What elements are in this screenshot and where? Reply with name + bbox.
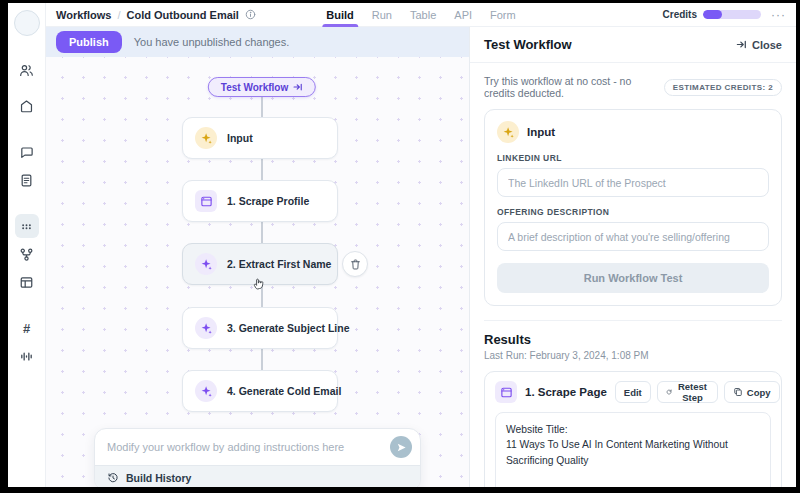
estimated-credits-badge: ESTIMATED CREDITS: 2 [664, 79, 782, 96]
sparkle-icon [195, 317, 217, 339]
scrape-page-result-card: 1. Scrape Page Edit Retest Step [484, 371, 782, 487]
run-workflow-test-button[interactable]: Run Workflow Test [497, 263, 769, 293]
sparkle-icon [195, 380, 217, 402]
scraped-content-text: Website Title: 11 Ways To Use AI In Cont… [495, 412, 771, 487]
build-history-label: Build History [126, 472, 191, 484]
result-card-title: 1. Scrape Page [525, 386, 607, 398]
node-label: 3. Generate Subject Line [227, 322, 350, 334]
view-tabs: Build Run Table API Form [326, 3, 515, 27]
offering-description-label: OFFERING DESCRIPTION [497, 207, 769, 217]
credits-meter: Credits [663, 9, 761, 20]
refresh-icon [666, 387, 672, 397]
close-panel-button[interactable]: Close [736, 39, 782, 51]
node-scrape-profile[interactable]: 1. Scrape Profile [182, 180, 338, 222]
test-workflow-pill-button[interactable]: Test Workflow [208, 77, 316, 97]
input-card-title: Input [527, 126, 555, 138]
branch-icon[interactable] [15, 242, 39, 266]
retest-step-button[interactable]: Retest Step [657, 381, 718, 403]
breadcrumb-current: Cold Outbound Email [126, 9, 238, 21]
nodes-grid-icon[interactable] [15, 214, 39, 238]
tab-api[interactable]: API [454, 3, 472, 27]
instruction-card: Build History [94, 428, 421, 487]
node-label: 4. Generate Cold Email [227, 385, 341, 397]
history-icon [107, 472, 119, 484]
hash-icon[interactable]: # [15, 316, 39, 340]
info-icon[interactable] [245, 9, 256, 20]
panel-divider [484, 320, 782, 321]
unpublished-banner: Publish You have unpublished changes. [46, 27, 469, 57]
home-icon[interactable] [15, 94, 39, 118]
top-bar: Workflows / Cold Outbound Email Build Ru… [46, 3, 796, 27]
node-label: 1. Scrape Profile [227, 195, 309, 207]
users-icon[interactable] [15, 58, 39, 82]
copy-button[interactable]: Copy [724, 381, 780, 403]
send-button[interactable] [390, 436, 412, 458]
app-window: # Workflows / Cold Outbound Email Build … [8, 3, 796, 487]
paper-plane-icon [396, 442, 407, 453]
breadcrumb-separator: / [117, 9, 120, 21]
last-run-timestamp: Last Run: February 3, 2024, 1:08 PM [484, 350, 782, 361]
linkedin-url-label: LINKEDIN URL [497, 153, 769, 163]
sparkle-icon [195, 127, 217, 149]
tab-run[interactable]: Run [372, 3, 392, 27]
collapse-arrow-icon [736, 39, 747, 50]
credits-label: Credits [663, 9, 697, 20]
panel-title: Test Workflow [484, 37, 572, 52]
table-icon[interactable] [15, 270, 39, 294]
publish-button[interactable]: Publish [56, 31, 122, 53]
left-sidebar: # [8, 3, 46, 487]
breadcrumb-workflows[interactable]: Workflows [56, 9, 111, 21]
node-input[interactable]: Input [182, 117, 338, 159]
test-workflow-panel: Test Workflow Close Try this workflow at… [470, 27, 796, 487]
tab-table[interactable]: Table [410, 3, 436, 27]
node-generate-cold-email[interactable]: 4. Generate Cold Email [182, 370, 338, 412]
node-label: Input [227, 132, 253, 144]
workflow-canvas[interactable]: Test Workflow Input 1. Scrape Profi [46, 57, 469, 487]
chat-icon[interactable] [15, 140, 39, 164]
offering-description-field[interactable] [497, 222, 769, 251]
browser-icon [195, 190, 217, 212]
node-label: 2. Extract First Name [227, 258, 331, 270]
browser-icon [495, 381, 517, 403]
trash-icon [349, 258, 362, 271]
sparkle-icon [497, 121, 519, 143]
node-generate-subject-line[interactable]: 3. Generate Subject Line [182, 307, 338, 349]
unpublished-note: You have unpublished changes. [134, 36, 290, 48]
build-history-button[interactable]: Build History [95, 465, 420, 487]
test-workflow-pill-label: Test Workflow [221, 82, 288, 93]
breadcrumb: Workflows / Cold Outbound Email [56, 9, 256, 21]
enter-arrow-icon [293, 82, 303, 92]
try-note: Try this workflow at no cost - no credit… [484, 75, 656, 99]
tab-build[interactable]: Build [326, 3, 354, 27]
delete-node-button[interactable] [342, 251, 368, 277]
hand-cursor [251, 275, 267, 291]
document-icon[interactable] [15, 168, 39, 192]
input-test-card: Input LINKEDIN URL OFFERING DESCRIPTION … [484, 109, 782, 306]
copy-icon [733, 387, 743, 397]
edit-button[interactable]: Edit [615, 381, 651, 403]
workflow-instruction-input[interactable] [107, 441, 382, 453]
results-title: Results [484, 332, 782, 347]
close-label: Close [752, 39, 782, 51]
tab-form[interactable]: Form [490, 3, 516, 27]
more-menu-icon[interactable]: ··· [771, 9, 786, 21]
workspace-avatar[interactable] [14, 10, 40, 36]
signal-icon[interactable] [15, 344, 39, 368]
credits-progress-fill [703, 10, 722, 19]
sparkle-icon [195, 253, 217, 275]
linkedin-url-field[interactable] [497, 168, 769, 197]
credits-progress-track [703, 10, 761, 19]
